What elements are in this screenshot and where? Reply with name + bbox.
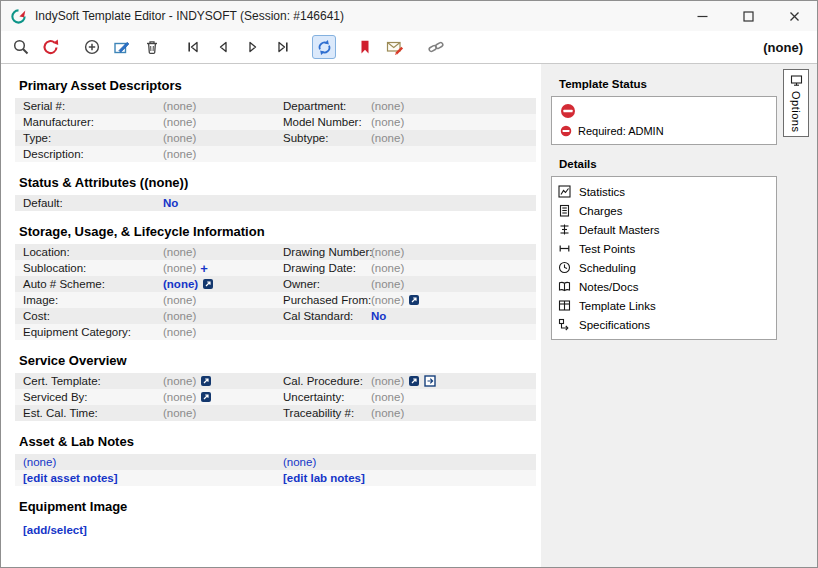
add-select-image-link[interactable]: [add/select] — [23, 524, 541, 536]
section-title-notes: Asset & Lab Notes — [19, 434, 541, 449]
default-value[interactable]: No — [163, 197, 283, 209]
notes-values-row: (none) (none) — [15, 454, 536, 470]
notes-fields: (none) (none) [edit asset notes] [edit l… — [15, 454, 536, 486]
delete-record-button[interactable] — [140, 35, 164, 59]
first-record-button[interactable] — [181, 35, 205, 59]
link-icon — [427, 38, 445, 56]
serviced-by-value: (none) — [163, 391, 283, 403]
details-item-template-links[interactable]: Template Links — [558, 296, 770, 315]
edit-lab-notes-link[interactable]: [edit lab notes] — [283, 472, 536, 484]
section-title-primary: Primary Asset Descriptors — [19, 78, 541, 93]
close-button[interactable] — [771, 1, 817, 31]
details-item-specifications[interactable]: Specifications — [558, 315, 770, 334]
field-label: Image: — [23, 294, 163, 306]
required-label: Required: ADMIN — [578, 125, 664, 137]
search-again-icon — [42, 38, 60, 56]
field-label: Auto # Scheme: — [23, 278, 163, 290]
details-item-test-points[interactable]: Test Points — [558, 239, 770, 258]
add-record-button[interactable] — [80, 35, 104, 59]
template-status-title: Template Status — [559, 78, 817, 90]
field-label: Traceability #: — [283, 407, 371, 419]
previous-record-icon — [215, 39, 231, 55]
field-row: Image: (none) Purchased From: (none) — [15, 292, 536, 308]
field-value: (none) — [371, 391, 536, 403]
field-label: Purchased From: — [283, 294, 371, 306]
auto-scheme-value: (none) — [163, 278, 283, 290]
field-label: Location: — [23, 246, 163, 258]
refresh-button[interactable] — [312, 35, 336, 59]
options-tab[interactable]: Options — [783, 69, 809, 137]
add-sublocation-icon[interactable]: + — [200, 263, 208, 274]
field-row: Auto # Scheme: (none) Owner: (none) — [15, 276, 536, 292]
test-points-icon — [558, 242, 571, 255]
field-label: Cal. Procedure: — [283, 375, 371, 387]
field-row: Sublocation: (none) + Drawing Date: (non… — [15, 260, 536, 276]
cal-standard-value[interactable]: No — [371, 310, 536, 322]
previous-record-button[interactable] — [211, 35, 235, 59]
open-record-icon[interactable] — [200, 375, 212, 387]
field-label: Description: — [23, 148, 163, 160]
asset-notes-value[interactable]: (none) — [23, 456, 283, 468]
toolbar: (none) — [1, 31, 817, 64]
section-title-status-attributes: Status & Attributes ((none)) — [19, 175, 541, 190]
template-links-icon — [558, 299, 571, 312]
details-box: Statistics Charges Default Masters Test … — [551, 176, 777, 340]
field-row: Location: (none) Drawing Number: (none) — [15, 244, 536, 260]
details-item-statistics[interactable]: Statistics — [558, 182, 770, 201]
field-value: (none) — [371, 262, 536, 274]
field-row: Description: (none) — [15, 146, 536, 162]
field-label: Cert. Template: — [23, 375, 163, 387]
default-masters-icon — [558, 223, 571, 236]
field-label: Subtype: — [283, 132, 371, 144]
statistics-icon — [558, 185, 571, 198]
edit-asset-notes-link[interactable]: [edit asset notes] — [23, 472, 283, 484]
details-item-scheduling[interactable]: Scheduling — [558, 258, 770, 277]
compose-mail-icon — [386, 38, 404, 56]
field-row: Serviced By: (none) Uncertainty: (none) — [15, 389, 536, 405]
link-button[interactable] — [424, 35, 448, 59]
field-value: (none) — [163, 246, 283, 258]
minimize-button[interactable] — [679, 1, 725, 31]
details-title: Details — [559, 158, 817, 170]
section-title-service: Service Overview — [19, 353, 541, 368]
section-title-equipment-image: Equipment Image — [19, 499, 541, 514]
open-record-icon[interactable] — [200, 391, 212, 403]
search-button[interactable] — [9, 35, 33, 59]
options-tab-label: Options — [790, 91, 802, 132]
lab-notes-value[interactable]: (none) — [283, 456, 536, 468]
last-record-button[interactable] — [271, 35, 295, 59]
edit-icon — [113, 38, 131, 56]
open-record-icon[interactable] — [408, 294, 420, 306]
field-value: (none) — [371, 116, 536, 128]
field-value: (none) — [371, 278, 536, 290]
details-item-notes-docs[interactable]: Notes/Docs — [558, 277, 770, 296]
purchased-from-value: (none) — [371, 294, 536, 306]
last-record-icon — [275, 39, 291, 55]
storage-fields: Location: (none) Drawing Number: (none) … — [15, 244, 536, 340]
field-value: (none) — [163, 310, 283, 322]
open-window-icon[interactable] — [424, 375, 436, 387]
field-row: Manufacturer: (none) Model Number: (none… — [15, 114, 536, 130]
field-label: Type: — [23, 132, 163, 144]
delete-icon — [143, 38, 161, 56]
notes-docs-icon — [558, 280, 571, 293]
field-label: Serviced By: — [23, 391, 163, 403]
details-item-default-masters[interactable]: Default Masters — [558, 220, 770, 239]
field-value: (none) — [371, 100, 536, 112]
window-title: IndySoft Template Editor - INDYSOFT (Ses… — [35, 9, 344, 23]
open-record-icon[interactable] — [408, 375, 420, 387]
bookmark-button[interactable] — [353, 35, 377, 59]
edit-record-button[interactable] — [110, 35, 134, 59]
search-again-button[interactable] — [39, 35, 63, 59]
details-item-charges[interactable]: Charges — [558, 201, 770, 220]
cert-template-value: (none) — [163, 375, 283, 387]
no-entry-icon — [560, 103, 576, 119]
field-label: Department: — [283, 100, 371, 112]
next-record-button[interactable] — [241, 35, 265, 59]
compose-mail-button[interactable] — [383, 35, 407, 59]
bookmark-icon — [357, 39, 373, 55]
maximize-button[interactable] — [725, 1, 771, 31]
open-record-icon[interactable] — [202, 278, 214, 290]
scheduling-icon — [558, 261, 571, 274]
side-panel: Template Status Required: ADMIN Details … — [541, 64, 817, 567]
